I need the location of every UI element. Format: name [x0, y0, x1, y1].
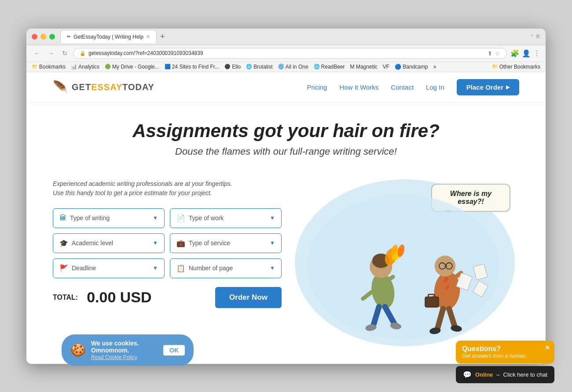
form-side: Experienced academic writing professiona…: [53, 179, 282, 308]
type-of-work-icon: 📄: [176, 214, 185, 222]
chat-questions-title: Questions?: [462, 345, 548, 353]
type-of-service-chevron: ▼: [270, 240, 275, 246]
form-desc-line2: Use this handy tool to get a price estim…: [53, 189, 212, 196]
chat-click-text: Click here to chat: [503, 371, 547, 378]
new-tab-button[interactable]: +: [160, 32, 165, 41]
traffic-lights: [32, 34, 55, 40]
share-icon[interactable]: ⬆: [488, 50, 492, 57]
illustration-side: Where is my essay?!: [295, 179, 519, 346]
number-of-page-chevron: ▼: [270, 265, 275, 271]
analytics-icon: 📊: [71, 64, 77, 69]
svg-point-0: [307, 195, 499, 339]
cookie-ok-button[interactable]: OK: [163, 345, 185, 356]
close-button[interactable]: [32, 34, 37, 40]
cookie-icon: 🍪: [70, 343, 86, 357]
hero-section: Assignments got your hair on fire? Douse…: [26, 103, 546, 179]
type-of-work-select[interactable]: 📄 Type of work ▼: [170, 208, 282, 228]
nav-links: Pricing How It Works Contact Log In Plac…: [307, 79, 519, 95]
forward-button[interactable]: →: [46, 49, 56, 58]
address-bar: ← → ↻ 🔒 getessaytoday.com/?ref=240300039…: [26, 45, 546, 62]
form-description: Experienced academic writing professiona…: [53, 179, 282, 198]
ello-bookmark[interactable]: ⚫ Ello: [224, 64, 241, 70]
chat-online-button[interactable]: 💬 Online – Click here to chat: [456, 366, 554, 383]
type-of-service-icon: 💼: [176, 239, 185, 247]
magnetic-bookmark[interactable]: M Magnetic: [350, 64, 378, 70]
type-of-writing-icon: 🏛: [59, 214, 66, 222]
online-indicator-icon: 💬: [463, 370, 472, 379]
tab-close-icon[interactable]: ✕: [146, 34, 150, 40]
online-divider: –: [496, 371, 499, 378]
logo-today: TODAY: [122, 82, 154, 92]
analytics-bookmark[interactable]: 📊 Analytics: [71, 64, 99, 70]
hero-headline: Assignments got your hair on fire?: [53, 120, 519, 142]
more-bookmarks[interactable]: »: [433, 64, 436, 70]
other-bookmarks[interactable]: 📁 Other Bookmarks: [492, 64, 540, 70]
vf-bookmark[interactable]: VF: [383, 64, 389, 70]
readbeer-bookmark[interactable]: 🌐 ReadBeer: [314, 64, 345, 70]
deadline-select[interactable]: 🚩 Deadline ▼: [53, 258, 165, 278]
illustration-svg: [295, 179, 519, 346]
type-of-work-chevron: ▼: [270, 215, 275, 221]
tab-title: GetEssayToday | Writing Help: [73, 34, 143, 40]
chat-questions-panel: ✕ Questions? Get answers from a human.: [456, 341, 554, 363]
logo-icon: 🪶: [53, 80, 68, 94]
allinone-bookmark[interactable]: 🌀 All in One: [278, 64, 308, 70]
bandcamp-bookmark[interactable]: 🔵 Bandcamp: [395, 64, 428, 70]
url-bar[interactable]: 🔒 getessaytoday.com/?ref=240300039109303…: [73, 48, 507, 59]
type-of-service-select[interactable]: 💼 Type of service ▼: [170, 233, 282, 253]
number-of-page-label: Number of page: [189, 265, 266, 272]
login-link[interactable]: Log In: [426, 83, 444, 91]
brutalist-label: Brutalist: [253, 64, 272, 70]
svg-rect-25: [425, 297, 439, 307]
back-button[interactable]: ←: [32, 49, 42, 58]
form-desc-line1: Experienced academic writing professiona…: [53, 180, 232, 187]
menu-icon[interactable]: ⋮: [533, 49, 540, 58]
ello-icon: ⚫: [224, 64, 231, 69]
logo[interactable]: 🪶 GETESSAYTODAY: [53, 80, 154, 94]
order-now-button[interactable]: Order Now: [215, 287, 282, 308]
drive-bookmark[interactable]: 🟢 My Drive - Google...: [105, 64, 159, 70]
deadline-label: Deadline: [72, 265, 149, 272]
number-of-page-select[interactable]: 📋 Number of page ▼: [170, 258, 282, 278]
profile-icon[interactable]: 👤: [522, 49, 531, 58]
chat-close-icon[interactable]: ✕: [545, 344, 550, 351]
active-tab[interactable]: ✏ GetEssayToday | Writing Help ✕: [60, 30, 157, 43]
url-text: getessaytoday.com/?ref=24030003910930348…: [88, 50, 485, 56]
drive-label: My Drive - Google...: [112, 64, 159, 70]
lock-icon: 🔒: [80, 51, 86, 56]
tab-bar: ✏ GetEssayToday | Writing Help ✕ +: [60, 30, 530, 43]
cookie-message: We use cookies. Omnomnom.: [91, 340, 158, 354]
chat-subtitle: Get answers from a human.: [462, 353, 548, 359]
type-of-service-label: Type of service: [189, 240, 266, 247]
bandcamp-label: 🔵 Bandcamp: [395, 64, 428, 70]
type-of-writing-select[interactable]: 🏛 Type of writing ▼: [53, 208, 165, 228]
cookie-policy-link[interactable]: Read Cookie Policy: [91, 354, 137, 360]
number-of-page-icon: 📋: [176, 264, 185, 272]
sites-label: 24 Sites to Find Fr...: [172, 64, 219, 70]
brutalist-bookmark[interactable]: 🌐 Brutalist: [246, 64, 272, 70]
how-it-works-link[interactable]: How It Works: [339, 83, 378, 91]
vf-label: VF: [383, 64, 389, 70]
bookmarks-folder[interactable]: 📁 Bookmarks: [32, 64, 66, 70]
place-order-button[interactable]: Place Order: [457, 79, 519, 95]
cookie-text-block: We use cookies. Omnomnom. Read Cookie Po…: [91, 340, 158, 360]
extensions-icon[interactable]: 🧩: [510, 49, 519, 58]
sites-bookmark[interactable]: 🟦 24 Sites to Find Fr...: [165, 64, 219, 70]
type-of-work-label: Type of work: [189, 214, 266, 221]
total-amount: 0.00 USD: [87, 289, 151, 306]
bookmark-icon[interactable]: ☆: [495, 50, 500, 57]
academic-level-label: Academic level: [72, 240, 149, 247]
type-of-writing-chevron: ▼: [153, 215, 158, 221]
academic-level-select[interactable]: 🎓 Academic level ▼: [53, 233, 165, 253]
minimize-button[interactable]: [40, 34, 46, 40]
academic-level-icon: 🎓: [59, 239, 68, 247]
ello-label: Ello: [232, 64, 241, 70]
refresh-button[interactable]: ↻: [60, 49, 70, 58]
cookie-bar: 🍪 We use cookies. Omnomnom. Read Cookie …: [62, 334, 194, 366]
tab-favicon: ✏: [67, 34, 71, 40]
pricing-link[interactable]: Pricing: [307, 83, 327, 91]
browser-actions: 🧩 👤 ⋮: [510, 49, 540, 58]
contact-link[interactable]: Contact: [391, 83, 414, 91]
maximize-button[interactable]: [49, 34, 55, 40]
total-row: TOTAL: 0.00 USD Order Now: [53, 287, 282, 308]
